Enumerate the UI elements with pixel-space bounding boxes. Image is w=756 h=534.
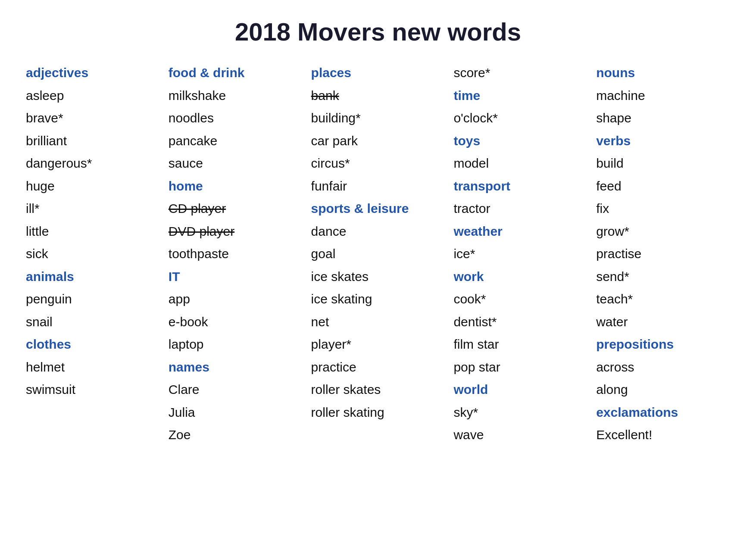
word-item: roller skating [311,401,445,424]
word-item: o'clock* [453,107,587,130]
word-item: brave* [26,107,160,130]
category-label: IT [169,265,303,288]
word-item: pop star [453,356,587,379]
word-item: sick [26,243,160,265]
word-item: cook* [453,288,587,311]
category-label: exclamations [596,401,730,424]
word-item: Julia [169,401,303,424]
word-item: penguin [26,288,160,311]
word-item: helmet [26,356,160,379]
word-item: laptop [169,333,303,356]
col4: score*timeo'clock*toysmodeltransporttrac… [453,62,587,447]
word-item: e-book [169,311,303,334]
col3: placesbankbuilding*car parkcircus*funfai… [311,62,445,447]
word-item: practise [596,243,730,265]
word-item: little [26,220,160,243]
word-item: score* [453,62,587,84]
word-item: water [596,311,730,334]
word-item: fix [596,197,730,220]
word-item: net [311,311,445,334]
word-item: Clare [169,378,303,401]
col1: adjectivesasleepbrave*brilliantdangerous… [26,62,160,447]
category-label: nouns [596,62,730,84]
word-item: film star [453,333,587,356]
word-item: player* [311,333,445,356]
word-item: wave [453,424,587,447]
word-item: goal [311,243,445,265]
word-item: app [169,288,303,311]
word-item: dangerous* [26,152,160,175]
word-item: send* [596,265,730,288]
word-item: ice* [453,243,587,265]
word-item: grow* [596,220,730,243]
category-label: adjectives [26,62,160,84]
word-grid: adjectivesasleepbrave*brilliantdangerous… [26,62,730,447]
category-label: toys [453,130,587,153]
word-item: CD player [169,197,303,220]
word-item: dentist* [453,311,587,334]
category-label: animals [26,265,160,288]
word-item: milkshake [169,84,303,107]
word-item: ill* [26,197,160,220]
word-item: building* [311,107,445,130]
word-item: model [453,152,587,175]
word-item: sky* [453,401,587,424]
word-item: toothpaste [169,243,303,265]
word-item: circus* [311,152,445,175]
word-item: car park [311,130,445,153]
word-item: asleep [26,84,160,107]
word-item: ice skating [311,288,445,311]
word-item: noodles [169,107,303,130]
word-item: shape [596,107,730,130]
category-label: prepositions [596,333,730,356]
word-item: Excellent! [596,424,730,447]
category-label: home [169,175,303,198]
col5: nounsmachineshapeverbsbuildfeedfixgrow*p… [596,62,730,447]
word-item: pancake [169,130,303,153]
word-item: across [596,356,730,379]
word-item: roller skates [311,378,445,401]
category-label: weather [453,220,587,243]
word-item: bank [311,84,445,107]
category-label: names [169,356,303,379]
category-label: world [453,378,587,401]
word-item: feed [596,175,730,198]
word-item: build [596,152,730,175]
page-title: 2018 Movers new words [26,17,730,46]
word-item: sauce [169,152,303,175]
word-item: huge [26,175,160,198]
word-item: ice skates [311,265,445,288]
category-label: work [453,265,587,288]
word-item: brilliant [26,130,160,153]
col2: food & drinkmilkshakenoodlespancakesauce… [169,62,303,447]
word-item: tractor [453,197,587,220]
category-label: transport [453,175,587,198]
word-item: DVD player [169,220,303,243]
word-item: funfair [311,175,445,198]
word-item: practice [311,356,445,379]
category-label: food & drink [169,62,303,84]
word-item: Zoe [169,424,303,447]
word-item: dance [311,220,445,243]
category-label: verbs [596,130,730,153]
category-label: sports & leisure [311,197,445,220]
word-item: teach* [596,288,730,311]
word-item: snail [26,311,160,334]
word-item: machine [596,84,730,107]
category-label: places [311,62,445,84]
word-item: swimsuit [26,378,160,401]
category-label: time [453,84,587,107]
word-item: along [596,378,730,401]
category-label: clothes [26,333,160,356]
